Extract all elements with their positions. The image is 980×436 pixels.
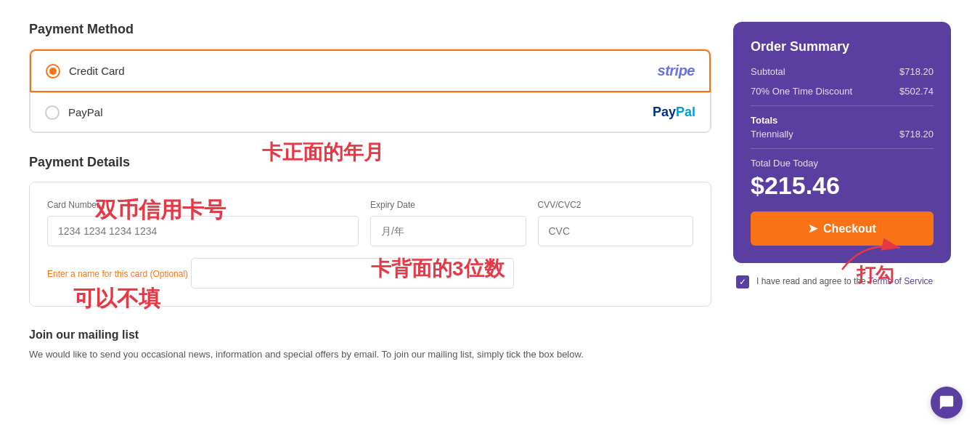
annot-dagou: 打勾 [857, 262, 894, 288]
payment-method-title: Payment Method [29, 22, 711, 37]
paypal-logo: PayPal [653, 105, 695, 120]
mailing-text: We would like to send you occasional new… [29, 347, 711, 362]
payment-details-box: Card Number Expiry Date CVV/CVC2 Enter a… [29, 182, 711, 307]
discount-value: $502.74 [899, 86, 934, 97]
discount-row: 70% One Time Discount $502.74 [751, 86, 934, 97]
subtotal-row: Subtotal $718.20 [751, 66, 934, 77]
credit-card-radio-inner [49, 68, 57, 75]
paypal-label: PayPal [68, 106, 103, 118]
optional-name-label: Enter a name for this card (Optional) [47, 269, 188, 279]
sidebar: Order Summary Subtotal $718.20 70% One T… [733, 22, 951, 362]
expiry-label: Expiry Date [370, 200, 526, 210]
triennially-label: Triennially [751, 129, 793, 140]
checkout-arrow-icon: ➤ [808, 222, 817, 235]
order-summary-title: Order Summary [751, 39, 934, 54]
credit-card-left: Credit Card [46, 64, 125, 78]
cvc-label: CVV/CVC2 [538, 200, 694, 210]
card-number-input[interactable] [47, 216, 359, 246]
mailing-section: Join our mailing list We would like to s… [29, 328, 711, 362]
cvc-group: CVV/CVC2 [538, 200, 694, 246]
order-summary: Order Summary Subtotal $718.20 70% One T… [733, 22, 951, 263]
card-fields-row: Card Number Expiry Date CVV/CVC2 [47, 200, 693, 246]
credit-card-radio[interactable] [46, 64, 60, 78]
card-number-group: Card Number [47, 200, 359, 246]
stripe-logo: stripe [658, 62, 695, 79]
payment-details-title: Payment Details [29, 155, 711, 170]
credit-card-option[interactable]: Credit Card stripe [30, 49, 711, 92]
card-number-label: Card Number [47, 200, 359, 210]
paypal-left: PayPal [45, 105, 103, 120]
paypal-pay-text: Pay [653, 105, 676, 120]
cvc-input[interactable] [538, 216, 694, 246]
discount-label: 70% One Time Discount [751, 86, 852, 97]
subtotal-value: $718.20 [899, 66, 934, 77]
triennially-value: $718.20 [899, 129, 934, 140]
total-due-amount: $215.46 [751, 171, 934, 200]
subtotal-label: Subtotal [751, 66, 785, 77]
paypal-radio[interactable] [45, 105, 60, 120]
payment-method-container: Credit Card stripe PayPal PayPal [29, 49, 711, 133]
paypal-pal-text: Pal [676, 105, 695, 120]
totals-label: Totals [751, 115, 934, 126]
credit-card-label: Credit Card [69, 65, 125, 77]
terms-checkbox[interactable]: ✓ [736, 275, 749, 288]
mailing-title: Join our mailing list [29, 328, 711, 342]
total-due-label: Total Due Today [751, 158, 934, 169]
annot-optional: 可以不填 [73, 284, 160, 314]
paypal-option[interactable]: PayPal PayPal [30, 92, 711, 132]
terms-pretext: I have read and agree to the [756, 276, 868, 286]
order-divider-1 [751, 105, 934, 106]
card-name-input[interactable] [191, 258, 514, 288]
expiry-group: Expiry Date [370, 200, 526, 246]
order-divider-2 [751, 148, 934, 149]
optional-name-group: Enter a name for this card (Optional) [47, 258, 693, 288]
expiry-input[interactable] [370, 216, 526, 246]
triennially-row: Triennially $718.20 [751, 129, 934, 140]
